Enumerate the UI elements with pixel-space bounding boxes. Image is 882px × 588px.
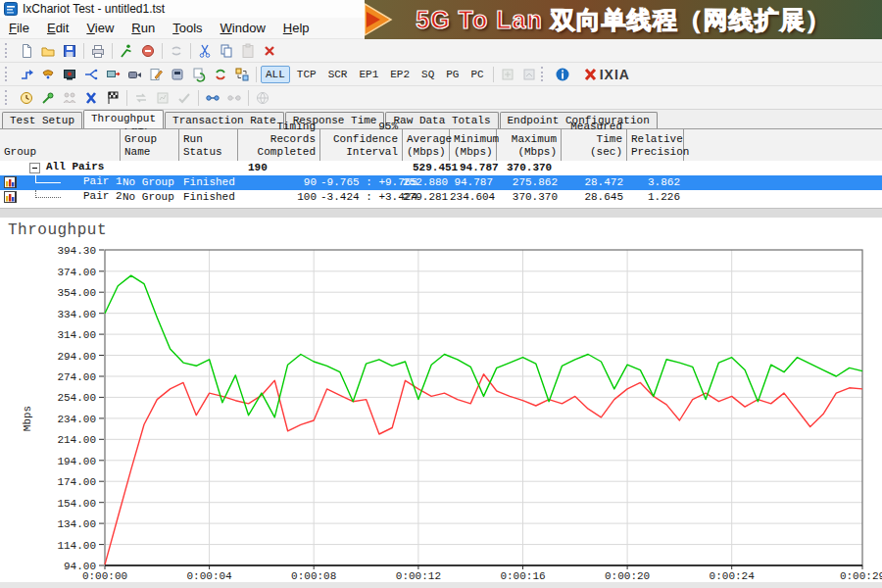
menu-view[interactable]: View <box>77 19 122 37</box>
print-icon[interactable] <box>87 41 109 61</box>
toolbar-grip[interactable] <box>541 67 547 81</box>
throughput-chart-panel: 394.30374.00354.00334.00314.00294.00274.… <box>0 218 882 588</box>
add-multicast-group-icon[interactable] <box>80 65 102 84</box>
collapse-toggle-icon[interactable] <box>29 163 40 173</box>
svg-text:134.00: 134.00 <box>57 518 96 530</box>
filter-pg[interactable]: PG <box>441 66 464 83</box>
col-run-status[interactable]: Run Status <box>179 129 238 161</box>
swap-endpoints-icon[interactable] <box>231 65 253 84</box>
svg-text:234.00: 234.00 <box>57 414 96 425</box>
group-maximum: 370.370 <box>497 161 562 175</box>
paste-icon[interactable] <box>237 41 259 61</box>
compare-icon[interactable] <box>130 88 152 108</box>
filter-pc[interactable]: PC <box>466 66 488 83</box>
svg-text:374.00: 374.00 <box>57 267 96 278</box>
pair-maximum: 370.370 <box>497 190 562 205</box>
menu-run[interactable]: Run <box>122 19 164 37</box>
group-endpoints-icon[interactable] <box>59 88 80 108</box>
col-maximum[interactable]: Maximum (Mbps) <box>497 129 562 161</box>
filter-ep2[interactable]: EP2 <box>385 66 415 83</box>
table-row-all-pairs[interactable]: All Pairs 190 529.451 94.787 370.370 <box>0 161 882 175</box>
import-icon[interactable] <box>518 65 540 84</box>
col-timing-records[interactable]: Timing Records Completed <box>238 129 320 161</box>
add-voip-pair-icon[interactable] <box>37 65 59 84</box>
edit-item-icon[interactable] <box>145 65 167 84</box>
open-test-icon[interactable] <box>37 41 59 61</box>
filter-scr[interactable]: SCR <box>323 66 353 83</box>
menu-help[interactable]: Help <box>274 19 318 37</box>
filter-tcp[interactable]: TCP <box>292 66 321 83</box>
col-average[interactable]: Average (Mbps) <box>403 129 450 161</box>
table-row-pair-2[interactable]: Pair 2 No Group Finished 100 -3.424 : +3… <box>0 190 882 205</box>
col-pair-group-name[interactable]: Pair Group Name <box>121 129 179 161</box>
reload-icon[interactable] <box>166 41 187 61</box>
toolbar-standard <box>0 39 882 63</box>
tab-test-setup[interactable]: Test Setup <box>2 112 82 128</box>
ixchariot-window: IxChariot Test - untitled1.tst 5G To Lan… <box>0 0 882 588</box>
cut-icon[interactable] <box>194 41 216 61</box>
save-test-icon[interactable] <box>59 41 80 61</box>
menu-edit[interactable]: Edit <box>38 19 77 37</box>
rerun-icon[interactable] <box>210 65 231 84</box>
col-confidence-interval[interactable]: 95% Confidence Interval <box>320 129 403 161</box>
toolbar-grip[interactable] <box>5 43 11 58</box>
add-vod-pair-icon[interactable] <box>123 65 145 84</box>
filter-all[interactable]: ALL <box>261 66 290 83</box>
pair-name: Pair 1 <box>83 175 122 187</box>
results-icon[interactable] <box>152 88 173 108</box>
replay-icon[interactable] <box>188 65 210 84</box>
new-test-icon[interactable] <box>16 41 37 61</box>
pair-minimum: 94.787 <box>450 175 497 190</box>
add-video-multicast-icon[interactable] <box>102 65 123 84</box>
tree-connector <box>35 175 36 182</box>
link-pair-icon[interactable] <box>202 88 223 108</box>
schedule-icon[interactable] <box>16 88 37 108</box>
filter-sq[interactable]: SQ <box>416 66 439 83</box>
col-relative-precision[interactable]: Relative Precision <box>627 129 684 161</box>
svg-text:214.00: 214.00 <box>57 434 96 446</box>
run-test-icon[interactable] <box>116 41 137 61</box>
pair-measured-time: 28.472 <box>562 175 627 190</box>
group-records: 190 <box>238 161 320 175</box>
svg-text:0:00:08: 0:00:08 <box>291 570 336 582</box>
unlink-pair-icon[interactable] <box>223 88 245 108</box>
add-hardware-pair-icon[interactable] <box>167 65 188 84</box>
ixia-x-icon[interactable] <box>80 88 102 108</box>
splitter[interactable] <box>0 208 882 218</box>
menu-window[interactable]: Window <box>212 19 274 37</box>
toolbar-grip[interactable] <box>5 67 11 81</box>
pair-relative-precision: 3.862 <box>627 175 684 190</box>
group-name: All Pairs <box>46 161 104 172</box>
tab-throughput[interactable]: Throughput <box>83 110 164 128</box>
export-icon[interactable] <box>497 65 518 84</box>
group-average: 529.451 <box>403 161 450 175</box>
toolbar-grip[interactable] <box>5 90 11 105</box>
menu-tools[interactable]: Tools <box>164 19 211 37</box>
delete-icon[interactable] <box>259 41 280 61</box>
col-measured-time[interactable]: Measured Time (sec) <box>562 129 627 161</box>
copy-icon[interactable] <box>216 41 237 61</box>
col-group[interactable]: Group <box>0 129 121 161</box>
svg-text:334.00: 334.00 <box>57 309 96 320</box>
col-minimum[interactable]: Minimum (Mbps) <box>450 129 497 161</box>
tab-raw-data-totals[interactable]: Raw Data Totals <box>385 112 498 128</box>
connect-endpoint-icon[interactable] <box>37 88 59 108</box>
ixia-logo: IXIA <box>583 67 630 82</box>
pair-chart-icon <box>4 191 18 204</box>
pair-group-name: No Group <box>121 190 179 205</box>
svg-text:0:00:24: 0:00:24 <box>710 570 756 582</box>
table-row-pair-1[interactable]: Pair 1 No Group Finished 90 -9.765 : +9.… <box>0 175 882 190</box>
add-video-pair-icon[interactable] <box>59 65 80 84</box>
finish-flag-icon[interactable] <box>102 88 123 108</box>
pair-run-status: Finished <box>179 190 238 205</box>
svg-text:174.00: 174.00 <box>57 476 96 488</box>
verify-icon[interactable] <box>173 88 195 108</box>
about-info-icon[interactable] <box>552 65 573 84</box>
add-pair-icon[interactable] <box>16 65 37 84</box>
menu-file[interactable]: File <box>0 19 38 37</box>
web-icon[interactable] <box>252 88 273 108</box>
tree-connector <box>35 182 61 183</box>
filter-ep1[interactable]: EP1 <box>354 66 383 83</box>
result-tabs: Test Setup Throughput Transaction Rate R… <box>0 110 882 128</box>
stop-test-icon[interactable] <box>137 41 159 61</box>
